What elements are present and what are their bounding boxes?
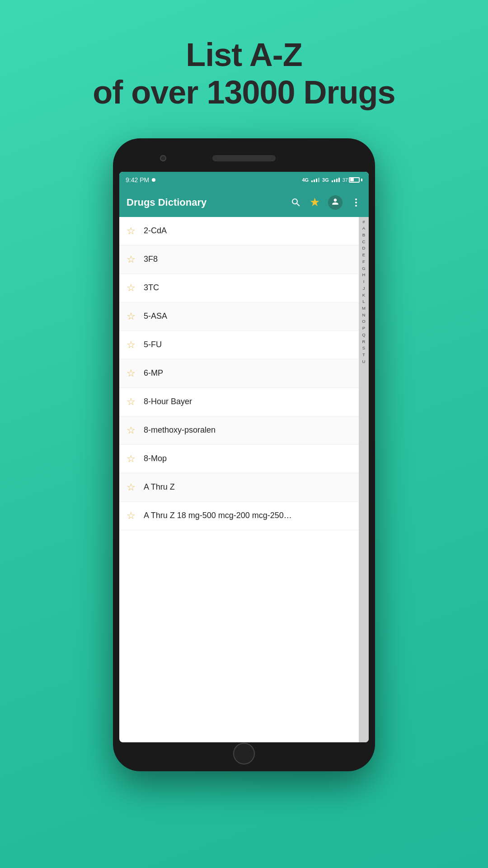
bar8 (338, 178, 340, 182)
bar2 (314, 179, 315, 182)
drug-list-item[interactable]: ☆ 8-methoxy-psoralen (119, 416, 359, 445)
alpha-letter-F[interactable]: F (362, 259, 365, 265)
phone-bottom-bezel (119, 742, 369, 765)
drug-list[interactable]: ☆ 2-CdA ☆ 3F8 ☆ 3TC ☆ 5-ASA ☆ 5-FU ☆ 6-M… (119, 217, 359, 742)
alpha-letter-M[interactable]: M (362, 305, 366, 312)
favorite-star-10[interactable]: ☆ (127, 510, 136, 522)
alpha-letter-T[interactable]: T (362, 352, 365, 359)
drug-name-0: 2-CdA (144, 226, 167, 236)
drug-list-item[interactable]: ☆ 2-CdA (119, 217, 359, 245)
alpha-letter-N[interactable]: N (362, 312, 366, 319)
alpha-letter-O[interactable]: O (362, 318, 365, 325)
list-container: ☆ 2-CdA ☆ 3F8 ☆ 3TC ☆ 5-ASA ☆ 5-FU ☆ 6-M… (119, 217, 369, 742)
signal-bars-4g (311, 178, 319, 182)
bar4 (318, 178, 319, 182)
favorite-star-9[interactable]: ☆ (127, 481, 136, 493)
drug-list-item[interactable]: ☆ 6-MP (119, 359, 359, 388)
phone-screen: 9:42 PM 4G 3G 37 (119, 172, 369, 742)
phone-camera (160, 155, 166, 161)
alpha-letter-Q[interactable]: Q (362, 332, 365, 339)
headline-line2: of over 13000 Drugs (93, 74, 395, 110)
favorite-star-5[interactable]: ☆ (127, 368, 136, 379)
app-icons: ★ (291, 195, 361, 210)
drug-list-item[interactable]: ☆ 3TC (119, 274, 359, 302)
drug-list-item[interactable]: ☆ 8-Mop (119, 445, 359, 473)
phone-speaker (212, 155, 276, 161)
headline-line1: List A-Z (186, 37, 302, 73)
bar3 (316, 179, 317, 182)
svg-point-0 (355, 198, 357, 200)
more-icon (351, 197, 361, 208)
drug-name-7: 8-methoxy-psoralen (144, 425, 216, 435)
drug-list-item[interactable]: ☆ 5-ASA (119, 302, 359, 331)
status-bar: 9:42 PM 4G 3G 37 (119, 172, 369, 188)
status-icons: 4G 3G 37 (302, 177, 362, 183)
alphabet-index[interactable]: #ABCDEFGHIJKLMNOPQRSTU (359, 217, 369, 742)
drug-list-item[interactable]: ☆ 8-Hour Bayer (119, 388, 359, 416)
signal-bars-3g (332, 178, 340, 182)
drug-name-3: 5-ASA (144, 311, 167, 321)
alpha-letter-#[interactable]: # (362, 219, 365, 226)
alpha-letter-R[interactable]: R (362, 339, 366, 345)
home-button[interactable] (233, 743, 255, 764)
battery-fill (350, 178, 354, 181)
avatar-button[interactable] (328, 195, 343, 210)
alpha-letter-B[interactable]: B (362, 232, 365, 239)
alpha-letter-J[interactable]: J (363, 285, 365, 292)
svg-point-1 (355, 202, 357, 203)
phone-shell: 9:42 PM 4G 3G 37 (113, 138, 375, 771)
search-icon (291, 197, 301, 208)
favorites-button[interactable]: ★ (310, 195, 320, 209)
alpha-letter-P[interactable]: P (362, 325, 365, 332)
status-time-area: 9:42 PM (126, 176, 155, 184)
drug-list-item[interactable]: ☆ A Thru Z 18 mg-500 mcg-200 mcg-250… (119, 502, 359, 530)
drug-name-6: 8-Hour Bayer (144, 397, 192, 406)
favorite-star-2[interactable]: ☆ (127, 282, 136, 294)
signal-3g-label: 3G (322, 177, 329, 183)
more-button[interactable] (351, 197, 361, 208)
headline: List A-Z of over 13000 Drugs (93, 36, 395, 111)
drug-name-2: 3TC (144, 283, 159, 292)
favorite-star-8[interactable]: ☆ (127, 453, 136, 465)
alpha-letter-L[interactable]: L (362, 298, 365, 305)
signal-4g-label: 4G (302, 177, 309, 183)
alpha-letter-U[interactable]: U (362, 359, 366, 365)
drug-name-8: 8-Mop (144, 454, 167, 463)
favorite-star-1[interactable]: ☆ (127, 254, 136, 265)
status-time: 9:42 PM (126, 176, 149, 184)
drug-list-item[interactable]: ☆ A Thru Z (119, 473, 359, 502)
alpha-letter-H[interactable]: H (362, 272, 366, 278)
alpha-letter-G[interactable]: G (362, 265, 365, 272)
drug-name-9: A Thru Z (144, 482, 175, 492)
status-indicator-dot (152, 178, 155, 182)
svg-point-2 (355, 205, 357, 207)
drug-name-4: 5-FU (144, 340, 162, 349)
app-bar: Drugs Dictionary ★ (119, 188, 369, 217)
favorite-star-4[interactable]: ☆ (127, 339, 136, 351)
alpha-letter-S[interactable]: S (362, 345, 365, 352)
bar7 (336, 179, 338, 182)
drug-name-10: A Thru Z 18 mg-500 mcg-200 mcg-250… (144, 511, 292, 520)
battery-percent: 37 (343, 177, 348, 183)
avatar-figure (331, 197, 340, 208)
favorite-star-3[interactable]: ☆ (127, 311, 136, 322)
battery-icon: 37 (343, 177, 362, 183)
bar6 (334, 179, 335, 182)
bar5 (332, 180, 333, 182)
alpha-letter-I[interactable]: I (363, 278, 365, 285)
favorite-star-0[interactable]: ☆ (127, 225, 136, 237)
alpha-letter-D[interactable]: D (362, 245, 366, 252)
search-button[interactable] (291, 197, 301, 208)
favorite-star-6[interactable]: ☆ (127, 396, 136, 408)
alpha-letter-C[interactable]: C (362, 239, 366, 245)
drug-list-item[interactable]: ☆ 5-FU (119, 331, 359, 359)
alpha-letter-K[interactable]: K (362, 292, 365, 299)
person-icon (331, 197, 340, 206)
drug-list-item[interactable]: ☆ 3F8 (119, 245, 359, 274)
alpha-letter-E[interactable]: E (362, 252, 365, 259)
phone-top-bezel (119, 145, 369, 172)
battery-tip (361, 179, 362, 181)
alpha-letter-A[interactable]: A (362, 225, 365, 232)
favorite-star-7[interactable]: ☆ (127, 425, 136, 436)
battery-body (349, 177, 360, 183)
